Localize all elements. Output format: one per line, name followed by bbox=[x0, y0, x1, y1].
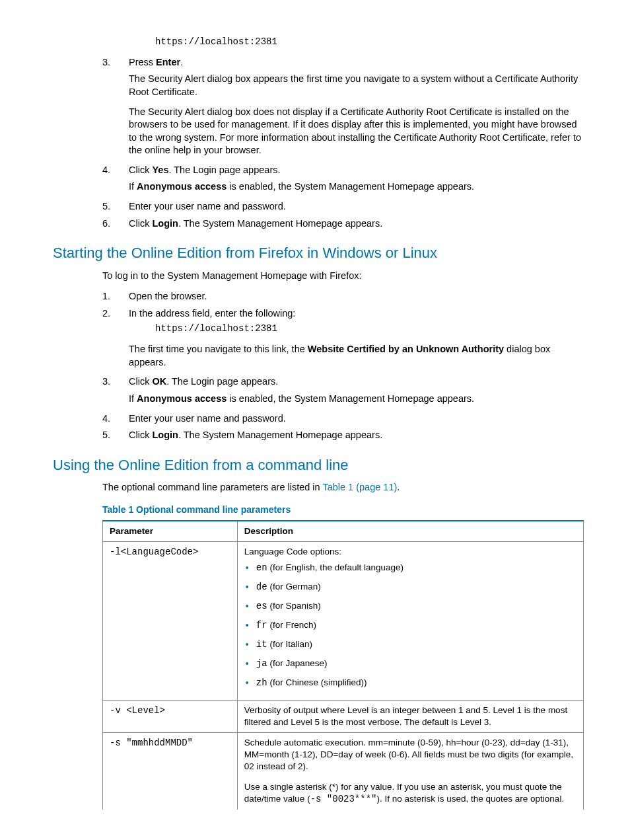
th-description: Description bbox=[237, 521, 583, 542]
cell-desc: Schedule automatic execution. mm=minute … bbox=[237, 732, 583, 809]
lang-desc: (for French) bbox=[267, 620, 316, 630]
lang-option: zh (for Chinese (simplified)) bbox=[244, 677, 577, 689]
cell-param: -l<LanguageCode> bbox=[103, 542, 238, 700]
step-2: 2. In the address field, enter the follo… bbox=[102, 307, 584, 369]
step-text: Enter your user name and password. bbox=[129, 413, 286, 424]
cell-param: -s "mmhhddMMDD" bbox=[103, 732, 238, 809]
step-text-b: Login bbox=[152, 430, 178, 440]
lang-code: en bbox=[256, 562, 267, 573]
step-text-a: Click bbox=[129, 430, 152, 440]
step-number: 1. bbox=[102, 290, 110, 303]
steps-list-1: https://localhost:2381 3. Press Enter. T… bbox=[53, 36, 584, 230]
step-number: 6. bbox=[102, 217, 110, 231]
step-para-2: The Security Alert dialog box does not d… bbox=[129, 106, 584, 157]
step-number: 4. bbox=[102, 412, 110, 426]
table-row: -l<LanguageCode> Language Code options: … bbox=[103, 542, 584, 700]
lang-option: en (for English, the default language) bbox=[244, 562, 577, 574]
lang-desc: (for German) bbox=[267, 582, 321, 592]
step-4: 4. Enter your user name and password. bbox=[102, 412, 584, 426]
table-row: -v <Level> Verbosity of output where Lev… bbox=[103, 700, 584, 732]
step-4: 4. Click Yes. The Login page appears. If… bbox=[102, 164, 584, 194]
lang-lead: Language Code options: bbox=[244, 547, 341, 556]
step-text: Open the browser. bbox=[129, 291, 207, 301]
step-text-b: Yes bbox=[152, 165, 168, 175]
heading-cmdline: Using the Online Edition from a command … bbox=[53, 455, 584, 475]
lang-desc: (for Japanese) bbox=[267, 658, 328, 668]
cell-desc: Language Code options: en (for English, … bbox=[237, 542, 583, 700]
step-text-b: Login bbox=[152, 218, 178, 229]
section-intro: The optional command line parameters are… bbox=[102, 481, 584, 494]
table-link[interactable]: Table 1 (page 11) bbox=[322, 482, 397, 492]
step-text-c: . The System Management Homepage appears… bbox=[178, 218, 382, 229]
step-para: If Anonymous access is enabled, the Syst… bbox=[129, 180, 584, 194]
step-para: If Anonymous access is enabled, the Syst… bbox=[129, 393, 584, 406]
section-intro: To log in to the System Management Homep… bbox=[102, 270, 584, 283]
step-para-1: The Security Alert dialog box appears th… bbox=[129, 73, 584, 98]
lang-code: ja bbox=[256, 658, 267, 669]
sched-para-1: Schedule automatic execution. mm=minute … bbox=[244, 737, 577, 773]
step-5: 5. Enter your user name and password. bbox=[102, 200, 584, 213]
step-1: 1. Open the browser. bbox=[102, 290, 584, 303]
table-caption: Table 1 Optional command line parameters bbox=[102, 504, 584, 516]
lang-option: ja (for Japanese) bbox=[244, 658, 577, 670]
step-text-c: . The System Management Homepage appears… bbox=[178, 430, 382, 440]
step-number: 2. bbox=[102, 307, 110, 321]
th-parameter: Parameter bbox=[103, 521, 238, 542]
cell-param: -v <Level> bbox=[103, 700, 238, 732]
step-para: The first time you navigate to this link… bbox=[129, 343, 584, 369]
step-number: 5. bbox=[102, 429, 110, 442]
step-text-b: Enter bbox=[156, 57, 180, 67]
lang-code: es bbox=[256, 601, 267, 611]
step-text-c: . The Login page appears. bbox=[166, 376, 278, 387]
heading-firefox: Starting the Online Edition from Firefox… bbox=[53, 243, 584, 263]
step-number: 3. bbox=[102, 375, 110, 389]
step-5: 5. Click Login. The System Management Ho… bbox=[102, 429, 584, 442]
step-text: In the address field, enter the followin… bbox=[129, 308, 295, 319]
step-text-c: . The Login page appears. bbox=[168, 165, 280, 175]
step-text-a: Click bbox=[129, 376, 152, 387]
step-text-b: OK bbox=[152, 376, 166, 387]
sched-para-2: Use a single asterisk (*) for any value.… bbox=[244, 781, 577, 806]
steps-list-2: 1. Open the browser. 2. In the address f… bbox=[53, 290, 584, 441]
step-text-a: Click bbox=[129, 218, 152, 229]
lang-option: fr (for French) bbox=[244, 619, 577, 632]
lang-code: de bbox=[256, 582, 267, 592]
code-url: https://localhost:2381 bbox=[155, 36, 584, 48]
step-text: Enter your user name and password. bbox=[129, 201, 286, 211]
step-text-a: Click bbox=[129, 165, 152, 175]
lang-option: es (for Spanish) bbox=[244, 600, 577, 613]
step-3: 3. Press Enter. The Security Alert dialo… bbox=[102, 56, 584, 157]
step-number: 3. bbox=[102, 56, 110, 69]
step-text-a: Press bbox=[129, 57, 156, 67]
lang-desc: (for Spanish) bbox=[267, 601, 321, 611]
step-number: 5. bbox=[102, 200, 110, 213]
step-text-c: . bbox=[180, 57, 183, 67]
lang-desc: (for Chinese (simplified)) bbox=[267, 677, 367, 687]
lang-code: it bbox=[256, 639, 267, 650]
params-table: Parameter Description -l<LanguageCode> L… bbox=[102, 520, 584, 810]
lang-desc: (for Italian) bbox=[267, 639, 312, 649]
lang-code: fr bbox=[256, 620, 267, 630]
step-number: 4. bbox=[102, 164, 110, 177]
table-header-row: Parameter Description bbox=[103, 521, 584, 542]
lang-option: de (for German) bbox=[244, 581, 577, 593]
step-3: 3. Click OK. The Login page appears. If … bbox=[102, 375, 584, 405]
lang-options-list: en (for English, the default language)de… bbox=[244, 562, 577, 689]
code-url: https://localhost:2381 bbox=[155, 323, 584, 335]
step-6: 6. Click Login. The System Management Ho… bbox=[102, 217, 584, 231]
table-row: -s "mmhhddMMDD" Schedule automatic execu… bbox=[103, 732, 584, 809]
cell-desc: Verbosity of output where Level is an in… bbox=[237, 700, 583, 732]
lang-option: it (for Italian) bbox=[244, 638, 577, 651]
lang-code: zh bbox=[256, 677, 267, 688]
lang-desc: (for English, the default language) bbox=[267, 562, 403, 572]
